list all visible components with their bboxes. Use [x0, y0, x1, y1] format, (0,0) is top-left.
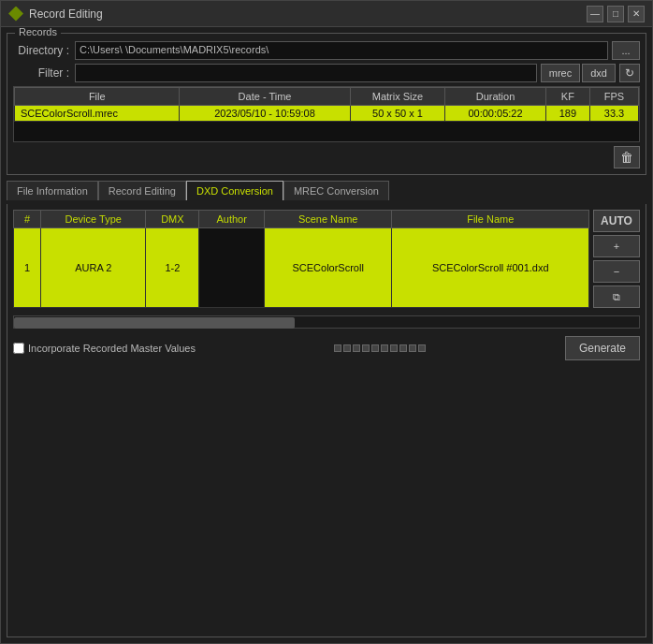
generate-button[interactable]: Generate: [565, 336, 640, 360]
conversion-panel: # Device Type DMX Author Scene Name File…: [7, 204, 646, 637]
filter-row: Filter : mrec dxd ↻: [13, 64, 640, 82]
conv-cell-scene-name: SCEColorScroll: [264, 228, 392, 308]
main-content: Records Directory : C:\Users\ \Documents…: [1, 27, 652, 643]
app-icon: [8, 7, 23, 22]
cell-duration: 00:00:05:22: [445, 106, 545, 122]
refresh-button[interactable]: ↻: [619, 64, 640, 82]
records-bottom-row: 🗑: [13, 146, 640, 168]
conversion-table: # Device Type DMX Author Scene Name File…: [13, 210, 589, 308]
records-group: Records Directory : C:\Users\ \Documents…: [7, 33, 646, 175]
main-window: Record Editing — □ ✕ Records Directory :…: [0, 0, 653, 644]
conv-col-file-name: File Name: [392, 211, 589, 228]
progress-dot-10: [418, 344, 426, 352]
col-matrix-size: Matrix Size: [350, 88, 445, 106]
minimize-button[interactable]: —: [587, 6, 603, 22]
window-controls: — □ ✕: [587, 6, 645, 22]
maximize-button[interactable]: □: [607, 6, 624, 22]
tabs-row: File Information Record Editing DXD Conv…: [7, 181, 646, 200]
mrec-filter-button[interactable]: mrec: [541, 64, 580, 82]
records-group-label: Records: [15, 27, 61, 37]
progress-dot-7: [390, 344, 398, 352]
directory-row: Directory : C:\Users\ \Documents\MADRIX5…: [13, 41, 640, 60]
col-fps: FPS: [590, 88, 639, 106]
tab-file-information[interactable]: File Information: [7, 181, 98, 200]
conv-cell-author: [199, 228, 264, 308]
cell-fps: 33.3: [590, 106, 639, 122]
conv-cell-device-type: AURA 2: [41, 228, 146, 308]
progress-dot-4: [362, 344, 370, 352]
progress-dot-2: [343, 344, 351, 352]
filter-label: Filter :: [13, 66, 69, 80]
progress-indicator: [203, 344, 558, 352]
progress-dot-5: [371, 344, 379, 352]
conv-col-author: Author: [199, 211, 264, 228]
table-row[interactable]: SCEColorScroll.mrec 2023/05/10 - 10:59:0…: [15, 106, 639, 122]
tab-mrec-conversion[interactable]: MREC Conversion: [283, 181, 389, 200]
col-file: File: [15, 88, 180, 106]
conv-cell-dmx: 1-2: [146, 228, 199, 308]
filter-buttons: mrec dxd ↻: [541, 64, 640, 82]
tab-dxd-conversion[interactable]: DXD Conversion: [186, 181, 283, 200]
incorporate-checkbox-wrap: Incorporate Recorded Master Values: [13, 343, 196, 354]
title-bar: Record Editing — □ ✕: [1, 1, 652, 27]
conv-cell-num: 1: [14, 228, 41, 308]
file-table-container: File Date - Time Matrix Size Duration KF…: [13, 86, 640, 142]
progress-dot-6: [381, 344, 388, 352]
progress-dot-8: [399, 344, 407, 352]
conversion-side-buttons: AUTO + − ⧉: [593, 210, 640, 308]
cell-matrix-size: 50 x 50 x 1: [350, 106, 445, 122]
scrollbar-thumb[interactable]: [14, 317, 295, 329]
cell-kf: 189: [545, 106, 589, 122]
copy-row-button[interactable]: ⧉: [593, 285, 640, 308]
directory-label: Directory :: [13, 44, 69, 57]
dxd-filter-button[interactable]: dxd: [582, 64, 616, 82]
conv-col-num: #: [14, 211, 41, 228]
conv-table-row[interactable]: 1 AURA 2 1-2 SCEColorScroll SCEColorScro…: [14, 228, 589, 308]
horizontal-scrollbar[interactable]: [13, 315, 640, 329]
bottom-row: Incorporate Recorded Master Values Gener…: [13, 336, 640, 360]
conv-col-scene-name: Scene Name: [264, 211, 392, 228]
cell-date-time: 2023/05/10 - 10:59:08: [180, 106, 350, 122]
incorporate-checkbox[interactable]: [13, 343, 24, 354]
incorporate-label: Incorporate Recorded Master Values: [28, 343, 196, 354]
cell-file: SCEColorScroll.mrec: [15, 106, 180, 122]
conversion-table-wrap: # Device Type DMX Author Scene Name File…: [13, 210, 640, 308]
progress-dot-9: [409, 344, 416, 352]
add-row-button[interactable]: +: [593, 235, 640, 257]
filter-input[interactable]: [75, 64, 537, 82]
auto-button[interactable]: AUTO: [593, 210, 640, 232]
conv-col-device-type: Device Type: [41, 211, 146, 228]
conv-cell-file-name: SCEColorScroll #001.dxd: [392, 228, 589, 308]
directory-value: C:\Users\ \Documents\MADRIX5\records\: [75, 41, 608, 60]
tab-record-editing[interactable]: Record Editing: [98, 181, 186, 200]
col-kf: KF: [545, 88, 589, 106]
col-duration: Duration: [445, 88, 545, 106]
file-table: File Date - Time Matrix Size Duration KF…: [14, 87, 639, 122]
window-title: Record Editing: [29, 7, 587, 21]
delete-button[interactable]: 🗑: [614, 146, 640, 168]
close-button[interactable]: ✕: [628, 6, 645, 22]
conv-col-dmx: DMX: [146, 211, 199, 228]
progress-dot-3: [353, 344, 360, 352]
browse-button[interactable]: ...: [612, 41, 640, 60]
col-date-time: Date - Time: [180, 88, 350, 106]
remove-row-button[interactable]: −: [593, 260, 640, 283]
progress-dot-1: [334, 344, 341, 352]
